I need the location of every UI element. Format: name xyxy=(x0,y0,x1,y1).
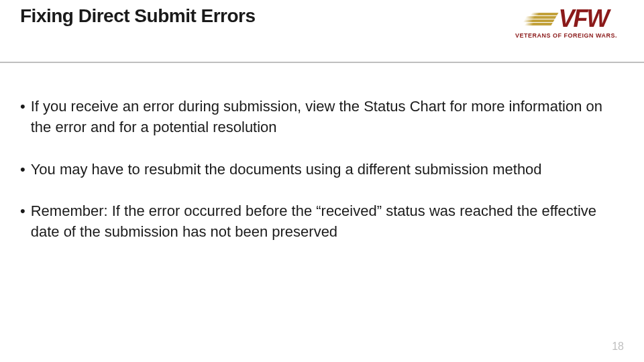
logo-top-row: VFW xyxy=(525,7,608,31)
logo-stripes-icon xyxy=(521,13,558,25)
bullet-item: • Remember: If the error occurred before… xyxy=(20,201,624,243)
bullet-text: If you receive an error during submissio… xyxy=(31,97,624,138)
bullet-marker: • xyxy=(20,201,25,222)
bullet-text: Remember: If the error occurred before t… xyxy=(31,201,624,243)
slide-header: Fixing Direct Submit Errors VFW VETERANS… xyxy=(0,0,644,63)
vfw-logo: VFW VETERANS OF FOREIGN WARS. xyxy=(515,7,617,39)
bullet-marker: • xyxy=(20,160,25,180)
slide-content: • If you receive an error during submiss… xyxy=(0,63,644,243)
logo-acronym: VFW xyxy=(559,7,608,31)
bullet-item: • If you receive an error during submiss… xyxy=(20,97,624,138)
bullet-item: • You may have to resubmit the documents… xyxy=(20,160,624,180)
slide-title: Fixing Direct Submit Errors xyxy=(20,5,256,27)
logo-subtitle: VETERANS OF FOREIGN WARS. xyxy=(515,32,617,39)
bullet-marker: • xyxy=(20,97,25,117)
page-number: 18 xyxy=(612,341,624,353)
bullet-text: You may have to resubmit the documents u… xyxy=(31,160,542,180)
